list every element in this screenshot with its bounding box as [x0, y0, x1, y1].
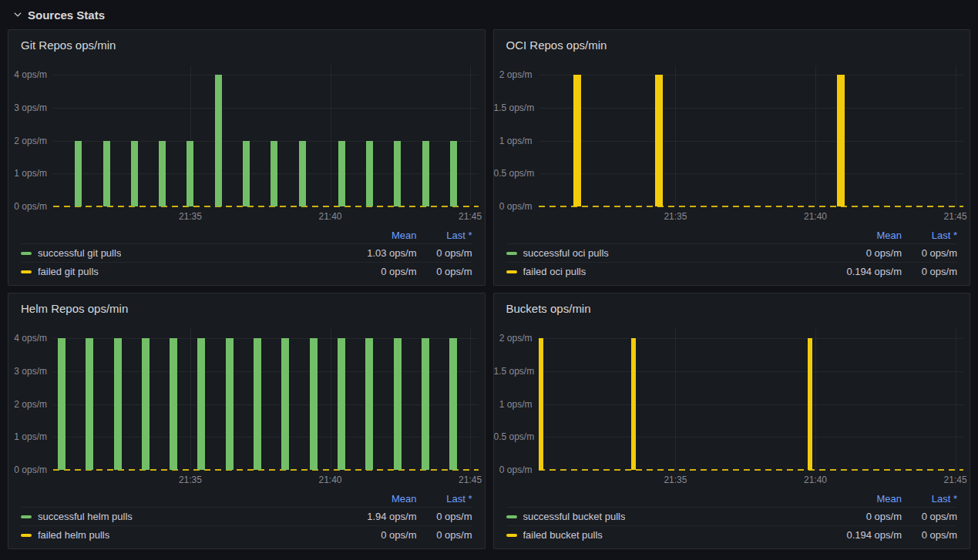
gridline	[470, 65, 471, 206]
bar	[631, 338, 636, 470]
legend-series-toggle[interactable]: successful git pulls	[21, 247, 332, 259]
gridline	[539, 437, 964, 438]
bar	[86, 338, 93, 470]
y-axis-tick-label: 3 ops/m	[8, 102, 47, 114]
legend-sort-mean[interactable]: Mean	[332, 493, 417, 505]
bar	[254, 338, 261, 470]
bar	[159, 141, 166, 207]
series-color-icon	[21, 270, 32, 273]
legend-series-toggle[interactable]: successful helm pulls	[21, 511, 332, 522]
plot-area[interactable]	[539, 329, 964, 470]
panel-title[interactable]: Git Repos ops/min	[8, 30, 485, 59]
gridline	[956, 65, 956, 206]
legend-row: successful helm pulls 1.94 ops/m 0 ops/m	[21, 507, 472, 525]
legend-sort-last[interactable]: Last *	[417, 493, 472, 505]
series-mean-value: 0.194 ops/m	[817, 529, 902, 541]
series-last-value: 0 ops/m	[902, 247, 957, 259]
legend-series-toggle[interactable]: failed oci pulls	[506, 266, 818, 277]
x-axis-tick-label: 21:40	[804, 211, 827, 222]
plot-area[interactable]	[53, 65, 479, 206]
panel-title[interactable]: Buckets ops/min	[494, 293, 970, 323]
series-last-value: 0 ops/m	[902, 266, 957, 277]
series-last-value: 0 ops/m	[902, 511, 957, 522]
legend-series-toggle[interactable]: successful bucket pulls	[506, 511, 818, 522]
series-name: successful helm pulls	[38, 511, 133, 522]
legend-sort-last[interactable]: Last *	[417, 230, 472, 241]
legend-sort-last[interactable]: Last *	[902, 493, 957, 505]
gridline	[815, 329, 816, 470]
gridline	[539, 108, 964, 109]
bar	[215, 75, 222, 206]
legend-row: failed helm pulls 0 ops/m 0 ops/m	[21, 525, 472, 544]
bar	[366, 141, 373, 207]
panel-oci-repos: OCI Repos ops/min 0 ops/m0.5 ops/m1 ops/…	[493, 29, 971, 286]
x-axis-tick-label: 21:45	[944, 211, 967, 222]
series-mean-value: 0 ops/m	[817, 511, 902, 522]
gridline	[675, 329, 676, 470]
gridline	[53, 173, 479, 174]
bar	[170, 338, 177, 470]
series-name: failed oci pulls	[523, 266, 586, 277]
legend-series-toggle[interactable]: failed helm pulls	[21, 529, 332, 541]
gridline	[53, 75, 479, 75]
series-name: failed git pulls	[38, 266, 99, 277]
series-last-value: 0 ops/m	[902, 529, 957, 541]
x-axis-tick-label: 21:40	[319, 474, 342, 485]
bar	[114, 338, 122, 470]
panel-title[interactable]: Helm Repos ops/min	[8, 293, 485, 323]
zero-value-dashed-line	[539, 206, 964, 207]
legend-series-toggle[interactable]: failed bucket pulls	[506, 529, 818, 541]
plot-area[interactable]	[53, 329, 479, 470]
series-name: failed bucket pulls	[523, 529, 603, 541]
x-axis-tick-label: 21:40	[319, 211, 342, 222]
panel-helm-repos: Helm Repos ops/min 0 ops/m1 ops/m2 ops/m…	[8, 293, 486, 549]
gridline	[190, 329, 191, 470]
legend-row: successful bucket pulls 0 ops/m 0 ops/m	[506, 507, 958, 525]
plot-area[interactable]	[539, 65, 964, 206]
bar	[281, 338, 289, 470]
bar	[58, 338, 66, 470]
bar	[310, 338, 318, 470]
series-color-icon	[21, 534, 32, 537]
row-toggle-sources-stats[interactable]: Sources Stats	[0, 0, 978, 29]
legend-sort-mean[interactable]: Mean	[817, 493, 902, 505]
x-axis-tick-label: 21:45	[459, 474, 482, 485]
x-axis-tick-label: 21:40	[804, 474, 827, 485]
bar	[449, 338, 457, 470]
legend-sort-mean[interactable]: Mean	[332, 230, 417, 241]
legend: Mean Last * successful bucket pulls 0 op…	[494, 490, 970, 548]
series-mean-value: 0 ops/m	[332, 266, 417, 277]
bar	[394, 338, 402, 470]
bar	[187, 141, 193, 207]
gridline	[539, 338, 964, 339]
series-name: failed helm pulls	[38, 529, 109, 541]
panel-title[interactable]: OCI Repos ops/min	[494, 30, 970, 59]
series-name: successful git pulls	[38, 247, 121, 259]
bar	[837, 75, 845, 206]
y-axis-tick-label: 1.5 ops/m	[494, 102, 533, 114]
legend-series-toggle[interactable]: failed git pulls	[21, 266, 332, 277]
legend-series-toggle[interactable]: successful oci pulls	[506, 247, 818, 259]
gridline	[53, 108, 479, 109]
series-color-icon	[506, 534, 517, 537]
gridline	[675, 65, 676, 206]
series-color-icon	[506, 515, 517, 518]
bar	[131, 141, 138, 207]
series-name: successful oci pulls	[523, 247, 609, 259]
gridline	[956, 329, 956, 470]
gridline	[539, 404, 964, 405]
x-axis-tick-label: 21:45	[459, 211, 482, 222]
bar	[75, 141, 82, 207]
gridline	[331, 329, 331, 470]
legend-header: Mean Last *	[21, 490, 472, 507]
y-axis-tick-label: 2 ops/m	[494, 332, 533, 344]
legend-sort-mean[interactable]: Mean	[817, 230, 902, 241]
bar	[450, 141, 457, 207]
legend-header: Mean Last *	[21, 226, 472, 243]
bar	[338, 338, 345, 470]
bar	[365, 338, 373, 470]
legend-sort-last[interactable]: Last *	[902, 230, 957, 241]
x-axis-tick-label: 21:35	[179, 211, 202, 222]
series-color-icon	[21, 515, 32, 518]
y-axis-tick-label: 1 ops/m	[494, 135, 533, 147]
